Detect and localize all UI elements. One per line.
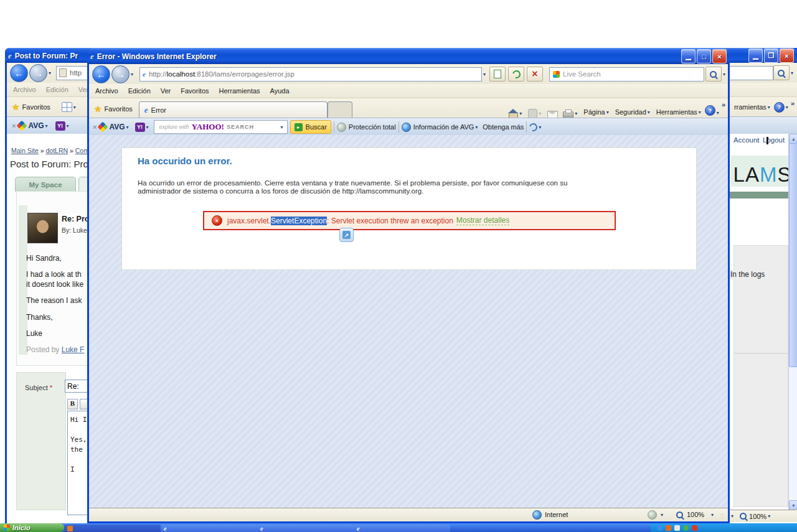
bg-status-dropdown-icon[interactable]: ▾ <box>731 513 733 519</box>
avg-dropdown-icon[interactable]: ▾ <box>45 123 48 129</box>
feeds-button[interactable]: ▾ <box>528 109 542 118</box>
chevron-more[interactable]: » <box>722 101 725 108</box>
fg-maximize-button[interactable]: □ <box>697 49 711 63</box>
tray-icon[interactable] <box>666 525 671 531</box>
bg-zoom-dropdown-icon[interactable]: ▾ <box>768 513 770 519</box>
address-dropdown-icon[interactable]: ▾ <box>483 72 486 77</box>
show-details-link[interactable]: Mostrar detalles <box>456 216 509 225</box>
resize-grip[interactable]: ░ <box>720 513 725 519</box>
start-button[interactable]: Inicio <box>0 523 64 532</box>
help-icon[interactable]: ? <box>705 105 715 116</box>
breadcrumb-dotlrn[interactable]: dotLRN <box>45 147 68 154</box>
help-dropdown-icon[interactable]: ▾ <box>717 110 719 116</box>
tray-icon[interactable] <box>657 525 663 531</box>
fg-minimize-button[interactable]: ▁ <box>681 49 696 63</box>
history-dropdown-icon[interactable]: ▾ <box>49 70 51 76</box>
bg-minimize-button[interactable]: ▁ <box>748 49 763 63</box>
protected-mode-icon[interactable] <box>648 510 657 520</box>
zoom-dropdown-icon[interactable]: ▾ <box>711 512 714 518</box>
forward-button[interactable]: → <box>29 64 47 82</box>
tools-menu-button[interactable]: Herramientas▾ <box>656 108 702 116</box>
breadcrumb-main-site[interactable]: Main Site <box>11 147 39 154</box>
bg-chevron-more[interactable]: » <box>791 100 795 107</box>
menu-favoritos[interactable]: Favoritos <box>181 87 209 95</box>
compatibility-view-icon[interactable] <box>489 67 506 82</box>
search-options-icon[interactable]: ▾ <box>791 70 793 76</box>
bg-help-icon[interactable]: ? <box>774 102 785 113</box>
bg-menu-edicion[interactable]: Edición <box>46 86 68 93</box>
search-options-icon[interactable]: ▾ <box>723 72 725 77</box>
taskbar-item[interactable]: e <box>257 525 354 532</box>
yahoo-dropdown-icon[interactable]: ▾ <box>146 124 149 130</box>
yahoo-search-box[interactable]: explore with YAHOO! SEARCH ▾ <box>154 120 288 134</box>
menu-ver[interactable]: Ver <box>161 87 171 95</box>
zoom-icon[interactable] <box>676 511 683 518</box>
search-icon[interactable] <box>705 67 722 82</box>
posted-by-link[interactable]: Luke F <box>62 345 85 354</box>
protected-mode-dropdown-icon[interactable]: ▾ <box>661 512 663 518</box>
bg-menu-archivo[interactable]: Archivo <box>13 86 36 93</box>
back-button[interactable]: ← <box>92 65 110 83</box>
tab-favicon: e <box>144 105 148 115</box>
print-button[interactable]: ▾ <box>563 108 578 118</box>
new-tab-stub[interactable] <box>328 101 352 118</box>
bg-scrollbar[interactable]: ▲ ▼ <box>788 134 797 510</box>
menu-edicion[interactable]: Edición <box>128 87 151 95</box>
yahoo-search-dropdown-icon[interactable]: ▾ <box>281 124 283 130</box>
tray-icon[interactable] <box>692 525 697 531</box>
error-icon: × <box>212 215 222 226</box>
avg-info-button[interactable]: Información de AVG ▾ <box>402 123 479 132</box>
favorites-button[interactable]: ★ Favoritos <box>94 104 133 114</box>
internet-zone-icon <box>532 510 542 520</box>
refresh-icon[interactable] <box>508 67 524 82</box>
page-menu-button[interactable]: Página▾ <box>583 108 610 116</box>
tab-my-space[interactable]: My Space <box>15 177 76 192</box>
security-menu-button[interactable]: Seguridad▾ <box>615 108 651 116</box>
tray-icon[interactable] <box>674 525 680 531</box>
quick-tabs-dropdown-icon[interactable]: ▾ <box>73 105 76 110</box>
address-domain: localhost <box>167 70 195 78</box>
yahoo-dropdown-icon[interactable]: ▾ <box>67 123 69 129</box>
stop-icon[interactable]: × <box>527 67 543 82</box>
bg-help-dropdown-icon[interactable]: ▾ <box>786 105 788 110</box>
bg-avg-label[interactable]: AVG <box>28 121 44 130</box>
taskbar-item[interactable]: e <box>354 525 450 532</box>
bg-restore-button[interactable]: ❐ <box>764 49 778 63</box>
accelerator-button[interactable]: ↗ <box>339 228 354 242</box>
back-button[interactable]: ← <box>10 64 28 82</box>
bg-close-button[interactable]: × <box>780 49 794 63</box>
tab-error[interactable]: e Error <box>139 101 328 118</box>
avg-close-icon[interactable]: × <box>93 123 97 131</box>
history-dropdown-icon[interactable]: ▾ <box>131 72 133 77</box>
taskbar-item[interactable]: e <box>161 525 257 532</box>
home-button[interactable]: ▾ <box>509 109 523 118</box>
menu-ayuda[interactable]: Ayuda <box>270 87 290 95</box>
buscar-button[interactable]: ▸ Buscar <box>290 120 331 134</box>
avg-dropdown-icon[interactable]: ▾ <box>126 124 129 130</box>
proteccion-total-button[interactable]: Protección total <box>337 123 396 132</box>
menu-herramientas[interactable]: Herramientas <box>219 87 260 95</box>
fg-titlebar[interactable]: e Error - Windows Internet Explorer ▁ □ … <box>87 49 730 64</box>
fg-close-button[interactable]: × <box>712 49 727 63</box>
obtenga-mas-button[interactable]: Obtenga más <box>483 123 524 131</box>
bg-tools-button[interactable]: rramientas ▾ <box>734 103 771 111</box>
menu-archivo[interactable]: Archivo <box>95 87 118 95</box>
yahoo-icon[interactable]: Y! <box>135 123 145 132</box>
buscar-arrow-icon: ▸ <box>295 123 303 131</box>
avg-refresh-button[interactable]: ▾ <box>529 123 542 131</box>
scrollbar-thumb[interactable] <box>789 143 797 367</box>
bg-favorites-button[interactable]: ★ Favoritos <box>12 102 50 112</box>
live-search-input[interactable]: Live Search <box>549 67 704 82</box>
bold-button[interactable]: B <box>67 399 78 409</box>
search-icon[interactable] <box>773 65 790 80</box>
avg-close-icon[interactable]: × <box>12 122 16 129</box>
avg-label[interactable]: AVG <box>109 123 125 131</box>
tray-icon[interactable] <box>683 525 689 531</box>
quick-tabs-icon[interactable] <box>62 102 72 112</box>
search-placeholder: Live Search <box>563 70 601 78</box>
yahoo-icon[interactable]: Y! <box>55 121 65 131</box>
taskbar-item[interactable] <box>64 525 161 532</box>
account-link[interactable]: Account <box>733 136 760 144</box>
address-bar[interactable]: e http://localhost:8180/lams/errorpages/… <box>139 67 482 82</box>
forward-button[interactable]: → <box>111 65 130 83</box>
